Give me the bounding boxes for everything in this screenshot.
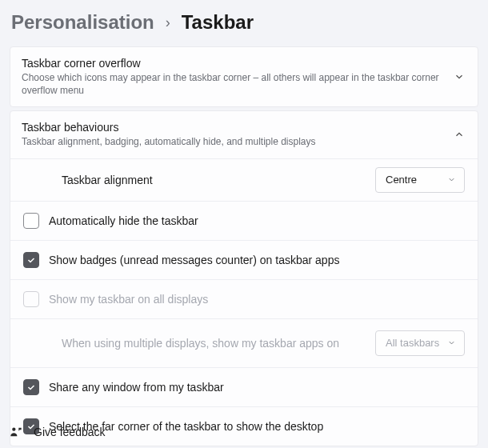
page-title: Taskbar (182, 11, 254, 34)
show-badges-label: Show badges (unread messages counter) on… (49, 254, 465, 266)
svg-point-0 (12, 428, 15, 431)
feedback-label: Give feedback (34, 426, 106, 438)
breadcrumb-parent[interactable]: Personalisation (11, 11, 154, 34)
section-header-corner-overflow[interactable]: Taskbar corner overflow Choose which ico… (10, 47, 478, 106)
chevron-down-icon (447, 175, 456, 184)
checkbox-share-window[interactable] (23, 379, 39, 395)
section-corner-overflow: Taskbar corner overflow Choose which ico… (10, 46, 478, 107)
row-show-badges: Show badges (unread messages counter) on… (10, 240, 478, 279)
alignment-dropdown[interactable]: Centre (375, 167, 465, 193)
auto-hide-label: Automatically hide the taskbar (49, 214, 465, 227)
share-window-label: Share any window from my taskbar (49, 381, 465, 394)
row-share-window: Share any window from my taskbar (10, 367, 478, 406)
section-header-behaviours[interactable]: Taskbar behaviours Taskbar alignment, ba… (10, 111, 478, 158)
alignment-label: Taskbar alignment (62, 174, 375, 186)
feedback-icon (10, 426, 22, 438)
chevron-right-icon: › (166, 14, 170, 31)
section-taskbar-behaviours: Taskbar behaviours Taskbar alignment, ba… (10, 110, 478, 446)
all-displays-label: Show my taskbar on all displays (49, 293, 465, 306)
section-desc: Taskbar alignment, badging, automaticall… (22, 135, 454, 148)
breadcrumb: Personalisation › Taskbar (0, 0, 488, 46)
section-title: Taskbar corner overflow (22, 57, 454, 70)
chevron-up-icon (454, 129, 465, 140)
far-corner-label: Select the far corner of the taskbar to … (49, 420, 465, 433)
section-desc: Choose which icons may appear in the tas… (22, 71, 454, 97)
multi-displays-dropdown: All taskbars (375, 330, 465, 356)
row-all-displays: Show my taskbar on all displays (10, 279, 478, 318)
row-multi-displays: When using multiple displays, show my ta… (10, 318, 478, 367)
dropdown-value: Centre (386, 174, 417, 186)
checkbox-auto-hide[interactable] (23, 213, 39, 229)
row-taskbar-alignment: Taskbar alignment Centre (10, 158, 478, 201)
chevron-down-icon (447, 338, 456, 347)
dropdown-value: All taskbars (386, 337, 439, 349)
checkbox-show-badges[interactable] (23, 252, 39, 268)
checkbox-all-displays (23, 291, 39, 307)
section-title: Taskbar behaviours (22, 121, 454, 134)
chevron-down-icon (454, 71, 465, 82)
multi-displays-label: When using multiple displays, show my ta… (62, 337, 375, 350)
give-feedback-link[interactable]: Give feedback (10, 426, 106, 438)
row-auto-hide: Automatically hide the taskbar (10, 201, 478, 240)
